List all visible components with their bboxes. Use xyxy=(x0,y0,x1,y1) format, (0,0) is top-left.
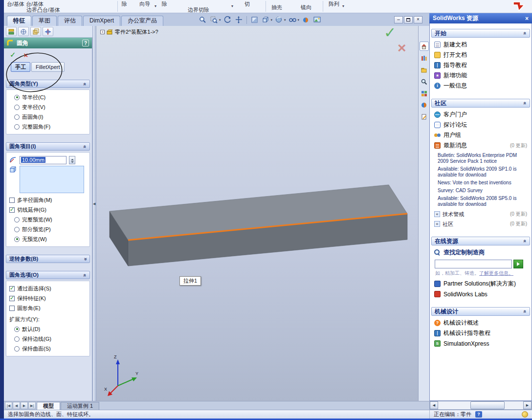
tab-features[interactable]: 特征 xyxy=(7,16,31,26)
propertymanager-tab-icon[interactable] xyxy=(18,27,29,36)
radio-constant-radius[interactable]: 等半径(C) xyxy=(9,92,87,102)
help-icon[interactable]: ? xyxy=(82,40,89,46)
dropdown-caret-icon[interactable]: ▾ xyxy=(219,18,221,22)
confirm-cancel-mark[interactable]: × xyxy=(398,40,406,56)
item-partner-solutions[interactable]: Partner Solutions(解决方案) xyxy=(430,279,532,289)
design-library-tab-icon[interactable] xyxy=(420,53,429,63)
item-machine-design-overview[interactable]: 机械设计概述 xyxy=(430,318,532,328)
scrollbar-track[interactable] xyxy=(438,401,523,409)
item-tutorials[interactable]: 指导教程 xyxy=(430,60,532,70)
item-latest-news[interactable]: 最新消息(0 更新) xyxy=(430,140,532,151)
previous-tab-button[interactable]: ◀ xyxy=(13,402,20,409)
dropdown-caret-icon[interactable]: ▾ xyxy=(155,4,156,8)
section-header-community[interactable]: 社区 « xyxy=(431,99,530,108)
items-to-fillet-group-header[interactable]: 圆角项目(I) « xyxy=(6,142,90,151)
custom-properties-tab-icon[interactable] xyxy=(420,112,429,121)
setback-parameters-group-header[interactable]: 逆转参数(B) « xyxy=(6,255,90,263)
checkbox-tangent-propagation[interactable]: 切线延伸(G) xyxy=(9,205,87,215)
toolbar-boundary-cut-button[interactable]: 边界切除 xyxy=(188,6,209,14)
search-tab-icon[interactable] xyxy=(420,77,429,86)
confirm-ok-mark[interactable]: ✓ xyxy=(384,26,396,41)
toolbar-boundary-boss-base-button[interactable]: 边界凸台/基体 xyxy=(26,6,60,14)
search-go-button[interactable] xyxy=(513,260,523,268)
checkbox-select-through-faces[interactable]: 通过面选择(S) xyxy=(9,284,87,293)
dropdown-caret-icon[interactable]: ▾ xyxy=(298,18,300,22)
dropdown-caret-icon[interactable]: ▾ xyxy=(231,4,233,8)
learn-more-link[interactable]: 了解更多信息。 xyxy=(479,270,513,276)
manufacturer-search-input[interactable] xyxy=(435,260,512,268)
item-open-document[interactable]: 打开文档 xyxy=(430,50,532,60)
configurationmanager-tab-icon[interactable] xyxy=(30,27,41,36)
tab-office-products[interactable]: 办公室产品 xyxy=(121,16,163,26)
radius-input[interactable]: 10.00mm xyxy=(20,156,66,164)
toolbar-extruded-cut-button[interactable]: 除 xyxy=(122,0,127,8)
view-palette-tab-icon[interactable] xyxy=(420,88,429,98)
cancel-button[interactable]: × xyxy=(24,51,28,59)
help-circle-icon[interactable] xyxy=(522,411,528,418)
news-link[interactable]: Bulletin: SolidWorks Enterprise PDM 2009… xyxy=(438,153,528,164)
panel-splitter[interactable]: ◀ xyxy=(92,26,96,401)
item-general-info[interactable]: 一般信息 xyxy=(430,81,532,91)
fillet-type-group-header[interactable]: 圆角类型(Y) « xyxy=(6,80,90,88)
section-header-online-resources[interactable]: 在线资源 « xyxy=(431,237,530,245)
edge-selection-listbox[interactable] xyxy=(20,166,84,193)
tab-evaluate[interactable]: 评估 xyxy=(58,16,82,26)
taskpane-close-button[interactable]: × xyxy=(525,16,529,22)
item-customer-portal[interactable]: 客户门户 xyxy=(430,110,532,120)
item-machine-design-tutorials[interactable]: 机械设计指导教程 xyxy=(430,328,532,338)
radio-partial-preview[interactable]: 部分预览(P) xyxy=(9,224,87,234)
zoom-to-fit-icon[interactable] xyxy=(198,15,208,24)
part-model[interactable] xyxy=(96,26,418,401)
item-simulationxpress[interactable]: SimulationXpress xyxy=(430,338,532,349)
quick-tips-icon[interactable]: ? xyxy=(475,411,482,418)
tab-model[interactable]: 模型 xyxy=(37,402,60,410)
checkbox-keep-features[interactable]: 保持特征(K) xyxy=(9,293,87,303)
dimxpertmanager-tab-icon[interactable] xyxy=(43,27,53,36)
toolbar-lofted-cut-button[interactable]: 切 xyxy=(244,0,250,8)
apply-scene-icon[interactable] xyxy=(312,15,322,24)
ok-button[interactable]: ✓ xyxy=(10,50,16,59)
view-orientation-icon[interactable] xyxy=(261,15,271,24)
last-tab-button[interactable]: ▶| xyxy=(28,402,36,409)
appearances-scenes-tab-icon[interactable] xyxy=(420,100,429,110)
radio-full-round-fillet[interactable]: 完整圆角(F) xyxy=(9,122,87,132)
graphics-area[interactable]: + 零件2^装配体1->? ✓ × 拉伸1 Z Y X xyxy=(96,26,418,401)
first-tab-button[interactable]: |◀ xyxy=(5,402,12,409)
item-find-manufacturer[interactable]: 查找定制制造商 xyxy=(430,247,532,258)
radio-keep-surface[interactable]: 保持曲面(S) xyxy=(9,344,87,354)
featuremanager-tab-icon[interactable] xyxy=(6,27,17,36)
toolbar-mirror-button[interactable]: 镜向 xyxy=(301,4,311,11)
news-link[interactable]: Available: SolidWorks 2009 SP1.0 is avai… xyxy=(438,166,528,178)
scrollbar-thumb[interactable] xyxy=(470,401,505,409)
file-explorer-tab-icon[interactable] xyxy=(420,65,429,74)
zoom-to-area-icon[interactable] xyxy=(209,15,219,24)
dropdown-caret-icon[interactable]: ▾ xyxy=(342,4,344,8)
toolbar-hole-wizard-button[interactable]: 向导 xyxy=(139,0,150,8)
toolbar-revolved-cut-button[interactable]: 除 xyxy=(162,0,167,8)
next-tab-button[interactable]: ▶ xyxy=(21,402,28,409)
item-discussion-forum[interactable]: 探讨论坛 xyxy=(430,120,532,130)
display-style-icon[interactable] xyxy=(274,15,284,24)
section-view-icon[interactable] xyxy=(249,15,260,24)
minimize-button[interactable]: – xyxy=(394,16,403,23)
radio-full-preview[interactable]: 完整预览(W) xyxy=(9,215,87,224)
radio-default[interactable]: 默认(D) xyxy=(9,324,87,334)
scroll-left-button[interactable]: ◀ xyxy=(430,401,438,409)
news-link[interactable]: Survey: CAD Survey xyxy=(438,188,528,194)
toolbar-pattern-button[interactable]: 阵列 xyxy=(329,0,339,8)
pan-icon[interactable] xyxy=(234,15,244,24)
radio-variable-radius[interactable]: 变半径(V) xyxy=(9,102,87,112)
expand-icon[interactable]: + xyxy=(100,30,105,34)
radius-spinner[interactable] xyxy=(69,156,75,164)
radio-keep-edge[interactable]: 保持边线(G) xyxy=(9,334,87,344)
section-header-start[interactable]: 开始 « xyxy=(431,29,530,38)
link-technical-alerts[interactable]: «技术警戒(0 更新) xyxy=(430,209,532,219)
dropdown-caret-icon[interactable]: ▾ xyxy=(271,18,273,22)
item-solidworks-labs[interactable]: SolidWorks Labs xyxy=(430,289,532,299)
fillet-options-group-header[interactable]: 圆角选项(O) « xyxy=(6,271,90,279)
filletxpert-tab-button[interactable]: FilletXpert xyxy=(31,62,65,72)
hide-show-items-icon[interactable] xyxy=(288,15,298,24)
previous-view-icon[interactable] xyxy=(222,15,233,24)
tab-motion-study[interactable]: 运动算例 1 xyxy=(61,402,99,410)
toolbar-shell-button[interactable]: 抽壳 xyxy=(271,4,282,11)
